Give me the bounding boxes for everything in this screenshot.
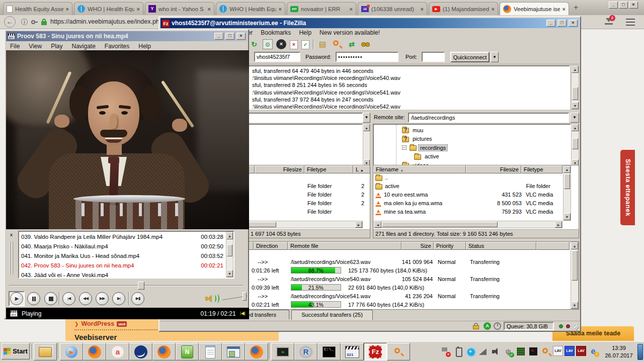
tab-close-icon[interactable]: × [208,6,211,12]
green-grid-icon[interactable] [515,346,526,357]
stop-button[interactable] [44,292,57,305]
browser-tab-0[interactable]: Health Equity Assessm× [3,2,72,15]
search-orange-icon[interactable] [540,346,551,357]
usb-icon[interactable] [503,346,514,357]
tab-close-icon[interactable]: × [279,6,282,12]
tab-close-icon[interactable]: × [66,6,69,12]
browser-close-button[interactable]: × [629,2,638,9]
scroll-thumb[interactable] [227,244,232,256]
panel-grabber[interactable] [10,241,11,275]
filezilla-close-button[interactable]: × [569,20,578,27]
lav-red-icon[interactable] [576,346,586,356]
volume-thumb[interactable] [243,292,247,301]
download-indicator[interactable]: 2 [603,17,615,27]
remote-file-row[interactable]: mine sa tea.wma759 293VLC media [373,208,562,216]
player-menu-view[interactable]: View [29,43,42,50]
clock[interactable]: 13:39 26.07.2017 [602,344,636,359]
scroll-right-icon[interactable]: ► [355,221,362,228]
filezilla-maximize-button[interactable]: □ [557,20,567,27]
queue-header-remote-file[interactable]: Remote file [288,242,401,250]
tab-close-icon[interactable]: × [421,6,424,12]
quicklaunch-media-player-icon[interactable] [60,343,83,360]
quicklaunch-filezilla-icon[interactable] [364,343,387,360]
queue-header-status[interactable]: Status [466,242,536,250]
player-close-button[interactable]: × [236,33,246,40]
local-tree-scrollbar[interactable]: ▲ ▼ [363,124,370,167]
scroll-down-icon[interactable]: ▼ [571,302,578,309]
show-desktop-button[interactable] [637,344,643,360]
playlist-scrollbar[interactable]: ▲ ▼ [226,232,233,278]
password-input[interactable] [336,52,398,62]
network-signal-icon[interactable] [477,346,489,357]
pause-button[interactable] [27,292,40,305]
queue-header-size[interactable]: Size [401,242,434,250]
player-menu-play[interactable]: Play [51,43,62,50]
quickconnect-button[interactable]: Quickconnect [450,52,490,62]
queue-scrollbar[interactable]: ▲ ▼ [571,242,579,309]
quicklaunch-amigo-icon[interactable] [106,343,129,360]
scroll-up-icon[interactable]: ▲ [564,166,571,173]
menu-hamburger-icon[interactable] [626,19,635,26]
scroll-up-icon[interactable]: ▲ [571,242,578,249]
quickconnect-dropdown[interactable]: ▼ [491,52,499,62]
player-maximize-button[interactable]: □ [225,33,234,40]
play-button[interactable]: ▶ [10,292,23,305]
filezilla-menu-new-version-available-[interactable]: New version available! [319,29,380,36]
url-field[interactable]: https://admin.veebimajutus.ee/index.php [50,18,158,25]
player-titlebar[interactable]: Proov 583 - Sinu juures on nii hea.mp4 _… [6,31,247,41]
scroll-thumb[interactable] [572,250,578,281]
scroll-down-icon[interactable]: ▼ [226,270,233,277]
browser-tab-6[interactable]: (1) Majandamised× [429,2,498,15]
player-menu-help[interactable]: Help [138,43,151,50]
playlist-item-1[interactable]: 040. Maarja Prisko - Näkilaul.mp400:02:5… [19,241,233,251]
speaker-icon[interactable] [205,294,218,304]
scroll-thumb[interactable] [572,87,578,100]
scroll-right-icon[interactable]: ► [555,221,562,228]
skip-forward-button[interactable]: ▶| [112,292,125,305]
remote-header-filetype[interactable]: Filetype [521,165,562,173]
remote-site-combo[interactable]: /laetud/recordings [408,113,569,123]
quicklaunch-search-icon[interactable] [387,343,410,360]
battery-icon[interactable] [452,346,463,357]
local-header-filesize[interactable]: Filesize [255,165,304,173]
back-button[interactable]: ← [4,16,16,28]
remote-combo-dropdown[interactable]: ▼ [570,113,579,123]
browser-tab-2[interactable]: who int - Yahoo S× [145,2,214,15]
scroll-up-icon[interactable]: ▲ [226,232,233,239]
quicklaunch-mpc-icon[interactable] [341,343,364,360]
quicklaunch-seamonkey-icon[interactable] [129,343,152,360]
player-menu-favorites[interactable]: Favorites [105,43,129,50]
log-scrollbar[interactable]: ▲ ▼ [571,65,579,110]
media-blue-icon[interactable] [465,346,476,357]
remote-tree-item-recordings[interactable]: −recordings [374,143,570,152]
quicklaunch-notepadpp-icon[interactable] [176,343,199,360]
remote-file-row[interactable]: ma olen ka ju ema.wma8 500 053VLC media [373,199,562,207]
tab-close-icon[interactable]: × [137,6,140,12]
queue-header-priority[interactable]: Priority [434,242,466,250]
player-menu-file[interactable]: File [10,43,20,50]
browser-tab-4[interactable]: novaator | ERR× [287,2,356,15]
graph-icon[interactable] [528,346,539,357]
player-minimize-button[interactable]: _ [214,33,223,40]
remote-file-row[interactable]: .. [373,173,562,182]
quicklaunch-firefox-icon[interactable] [245,343,268,360]
scroll-thumb[interactable] [564,174,570,189]
queue-header-direction[interactable]: Direction [254,242,288,250]
remote-tree-item-active[interactable]: active [374,152,570,161]
quicklaunch-explorer-icon[interactable] [34,343,57,360]
seek-bar[interactable] [5,280,248,291]
playlist-item-0[interactable]: 039. Valdo Randpere ja Leila Miller Püha… [19,232,233,241]
playlist-item-3[interactable]: 042. Proov 583 - Sinu juures on nii hea.… [19,260,233,270]
remote-tree-scrollbar[interactable]: ▲ ▼ [571,124,579,167]
action-center-icon[interactable] [440,346,451,357]
site-info-icon[interactable]: i [21,19,28,25]
remote-tree-item-muu[interactable]: muu [374,126,570,134]
scroll-up-icon[interactable]: ▲ [572,66,579,73]
browser-tab-1[interactable]: WHO | Health Equ× [74,2,143,15]
quicklaunch-r-icon[interactable] [294,343,317,360]
browser-tab-5[interactable]: (106338 unread)× [358,2,427,15]
port-input[interactable] [422,52,445,62]
start-button[interactable]: Start [2,343,30,359]
browser-minimize-button[interactable]: _ [609,2,618,9]
scroll-thumb[interactable] [382,222,498,227]
